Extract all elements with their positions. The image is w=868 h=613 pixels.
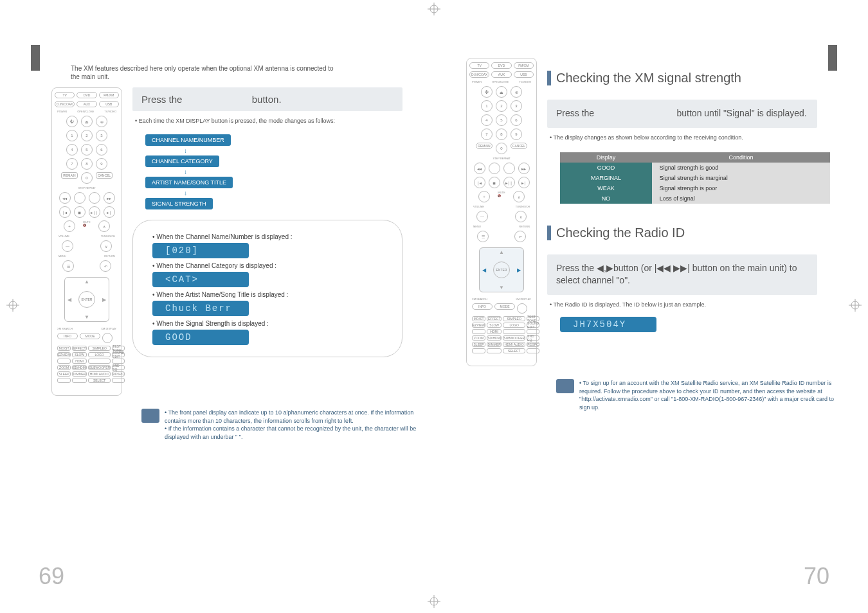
remote-tv-button: TV: [55, 92, 75, 98]
sec1-title: Checking the XM signal strength: [547, 71, 830, 85]
note-icon-right: [556, 379, 574, 393]
remote-vol-down-icon: —: [62, 240, 73, 252]
remote-xmdisplay-button-icon: [102, 333, 113, 343]
r2-eject-icon: ⏏: [496, 86, 507, 98]
remote-remain: REMAIN: [61, 172, 78, 179]
r2-dpad: ▲ ▼ ◀ ▶ ENTER: [479, 247, 524, 292]
r2b-7: SOUND EDIT: [527, 323, 539, 328]
ex2-label: When the Artist Name/Song Title is displ…: [156, 291, 288, 298]
remote-eject-button: ⏏: [81, 116, 93, 127]
r2-next-icon: ▶|: [518, 177, 530, 188]
r2b-3: TEST TONE: [527, 316, 539, 321]
page-number-right: 70: [804, 563, 829, 590]
step-post: button.: [252, 94, 282, 105]
crop-mark-top-icon: [424, 3, 444, 18]
r2b-21: [487, 348, 502, 353]
r2b-11: [527, 329, 539, 334]
remote-dvd-button: DVD: [77, 92, 96, 98]
r2-mute: MUTE🔇: [498, 191, 505, 202]
r2-mode: MODE: [494, 303, 515, 310]
remote-xmdisplay-label: XM DISPLAY: [101, 327, 116, 330]
r2-up-icon: ▲: [499, 249, 504, 255]
rb-3: TEST TONE: [112, 346, 125, 351]
remote-9: 9: [96, 158, 107, 170]
r2-xmsearch-label: XM SEARCH: [472, 298, 487, 301]
r2-remain: REMAIN: [476, 143, 493, 149]
remote-bottom-grid: MO/ST EFFECT SIMPLEO TEST TONE EZVIEW SL…: [55, 346, 119, 383]
rb-17: DIMMER: [72, 371, 87, 377]
remote-mute-label: MUTE🔇: [83, 220, 90, 232]
rb-7: SOUND EDIT: [112, 352, 125, 357]
r2-menu-label: MENU: [473, 225, 481, 228]
rb-11: [112, 359, 125, 364]
sec2-title: Checking the Radio ID: [547, 226, 830, 240]
remote-blank2: [89, 192, 100, 204]
note-icon: [141, 409, 159, 423]
th-condition: Condition: [652, 152, 830, 163]
remote-ch-up-icon: ∧: [98, 220, 110, 232]
r2-right-icon: ▶: [517, 267, 521, 273]
right-page: TV DVD FM/XM D.IN/COAX AUX USB POWER OPE…: [434, 19, 849, 594]
r2b-17: DIMMER: [487, 342, 502, 347]
note1: The front panel display can indicate up …: [165, 409, 421, 425]
remote-next-icon: ▶|: [104, 206, 115, 218]
r2-prev-icon: |◀: [474, 177, 485, 188]
rb-15: SND EQ: [112, 365, 125, 370]
r2-4: 4: [481, 114, 493, 126]
r2b-10: [503, 329, 525, 334]
remote-tuning-label: TUNING/CH: [101, 235, 115, 238]
remote-6: 6: [96, 144, 107, 155]
rb-8: [57, 359, 71, 364]
r2-rew-icon: ◀◀: [474, 163, 485, 174]
remote-prev-icon: |◀: [59, 206, 71, 218]
remote-steprepeat: STEP REPEAT: [55, 186, 119, 190]
remote-din-button: D.IN/COAX: [55, 101, 75, 107]
r2-b2: [503, 163, 515, 174]
remote-rew-icon: ◀◀: [59, 192, 71, 204]
rb-16: SLEEP: [57, 371, 71, 377]
remote-ch-down-icon: ∨: [100, 240, 112, 252]
sec2-step: Press the ◀,▶button (or |◀◀ ▶▶| button o…: [547, 254, 817, 295]
dpad-right-icon: ▶: [102, 297, 106, 303]
mode-arrow-1-icon: ↓: [145, 168, 187, 175]
r2-voldown-icon: —: [476, 211, 488, 222]
r2-fmxm: FM/XM: [514, 62, 534, 69]
sec1-pre: Press the: [556, 108, 594, 118]
sec2-lcd: JH7X504Y: [560, 317, 656, 332]
sec2-note: The Radio ID is displayed. The ID below …: [550, 301, 830, 308]
r2-volup-icon: ＋: [478, 191, 490, 202]
r2-left-icon: ◀: [482, 267, 486, 273]
mode-arrow-2-icon: ↓: [145, 190, 187, 197]
remote-usb-button: USB: [99, 101, 119, 107]
remote-dpad: ▲ ▼ ◀ ▶ ENTER: [64, 277, 109, 322]
r2-b1: [489, 163, 500, 174]
remote-aux-button: AUX: [77, 101, 96, 107]
r2b-23: [527, 348, 539, 353]
ex1-label: When the Channel Category is displayed :: [156, 262, 276, 269]
rb-13: SD/HDMI: [72, 365, 87, 370]
r2b-13: SD/HDMI: [487, 335, 502, 341]
r2-0: 0: [496, 143, 507, 154]
r2-ff-icon: ▶▶: [518, 163, 530, 174]
r2-8: 8: [496, 129, 507, 140]
rb-19: RDSPC: [112, 371, 125, 377]
r2-down-icon: ▼: [499, 285, 504, 290]
rb-12: ZOOM: [57, 365, 71, 370]
r2b-5: SLOW: [487, 323, 502, 328]
remote-stop-icon: ■: [74, 206, 86, 218]
crop-mark-left-icon: [6, 296, 19, 317]
ex3-lcd: GOOD: [152, 330, 249, 345]
r2-7: 7: [481, 129, 493, 140]
remote-0: 0: [81, 172, 93, 184]
rb-6: LOGO: [88, 352, 111, 357]
r2b-18: HDMI AUDIO: [503, 342, 525, 347]
r2-open-label: OPEN/CLOSE: [492, 80, 509, 84]
rb-5: SLOW: [72, 352, 87, 357]
row1-desc: Signal strength is marginal: [652, 173, 830, 183]
row0-badge: GOOD: [560, 163, 652, 173]
remote-3: 3: [96, 130, 107, 141]
mode-arrow-0-icon: ↓: [145, 147, 187, 154]
side-tab-right: [828, 45, 837, 71]
remote-8: 8: [81, 158, 93, 170]
remote-return-label: RETURN: [104, 254, 115, 258]
